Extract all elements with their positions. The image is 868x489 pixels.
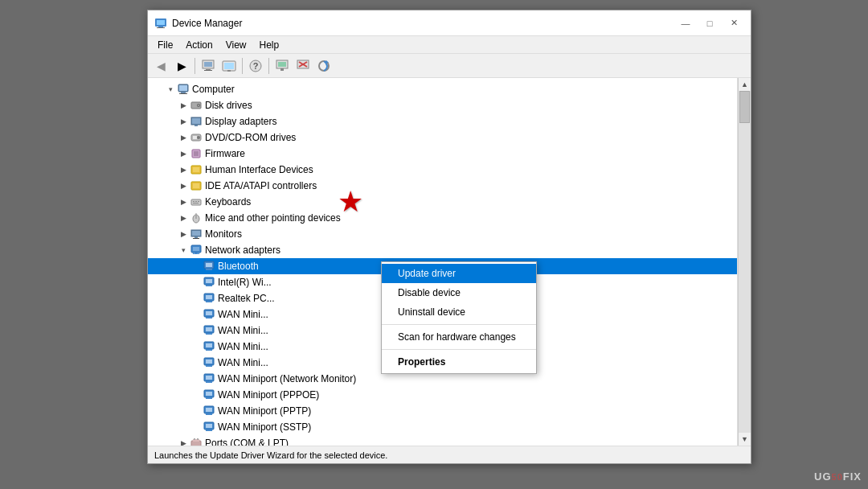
tree-item-monitors[interactable]: ▶ Monitors (148, 226, 737, 242)
tree-pane[interactable]: ▾ Computer ▶ (148, 78, 738, 446)
svg-rect-5 (204, 62, 212, 67)
menu-bar: File Action View Help (148, 36, 751, 54)
tree-item-mice[interactable]: ▶ Mice and other pointing devices (148, 210, 737, 226)
icon-monitors (190, 228, 203, 240)
update-driver-button[interactable] (272, 56, 292, 76)
svg-rect-24 (179, 93, 187, 94)
uninstall-button[interactable] (293, 56, 313, 76)
scroll-track[interactable] (739, 91, 751, 433)
scroll-thumb[interactable] (739, 91, 750, 123)
properties-toolbar-button[interactable] (199, 56, 218, 76)
context-menu-properties[interactable]: Properties (382, 352, 536, 372)
label-wan-4: WAN Mini... (218, 357, 268, 368)
menu-view[interactable]: View (219, 38, 253, 52)
svg-rect-79 (206, 376, 212, 380)
tree-item-wan-pppoe[interactable]: ▶ WAN Miniport (PPPOE) (148, 387, 737, 403)
tree-item-wan-sstp[interactable]: ▶ WAN Miniport (SSTP) (148, 419, 737, 435)
tree-item-firmware[interactable]: ▶ Firmware (148, 146, 737, 162)
expander-ports[interactable]: ▶ (177, 437, 190, 446)
svg-rect-7 (204, 70, 212, 71)
svg-rect-82 (206, 392, 212, 396)
forward-button[interactable]: ▶ (172, 56, 191, 76)
svg-rect-86 (206, 413, 212, 415)
menu-action[interactable]: Action (179, 38, 219, 52)
svg-rect-77 (206, 365, 212, 367)
close-button[interactable]: ✕ (723, 16, 744, 31)
expander-network-adapters[interactable]: ▾ (177, 244, 190, 257)
svg-rect-40 (191, 199, 201, 205)
help-button[interactable]: ? (246, 56, 265, 76)
content-area: ▾ Computer ▶ (148, 78, 751, 446)
context-menu-disable-device[interactable]: Disable device (382, 283, 536, 302)
icon-ide (190, 179, 203, 192)
menu-help[interactable]: Help (253, 38, 286, 52)
tree-item-ports[interactable]: ▶ Ports (COM & LPT) (148, 435, 737, 446)
svg-rect-15 (280, 68, 284, 71)
expander-display-adapters[interactable]: ▶ (177, 115, 190, 128)
tree-item-keyboards[interactable]: ▶ Keyboards (148, 194, 737, 210)
icon-dvd-drives (190, 131, 203, 144)
toolbar: ◀ ▶ (148, 54, 751, 78)
expander-dvd-drives[interactable]: ▶ (177, 131, 190, 144)
svg-rect-68 (206, 317, 212, 318)
expander-monitors[interactable]: ▶ (177, 228, 190, 240)
svg-rect-55 (194, 253, 194, 254)
label-wan-2: WAN Mini... (218, 325, 268, 336)
context-menu-separator-2 (382, 349, 536, 350)
menu-file[interactable]: File (151, 38, 179, 52)
svg-point-47 (195, 213, 197, 216)
tree-item-hid[interactable]: ▶ Human Interface Devices (148, 162, 737, 178)
expander-keyboards[interactable]: ▶ (177, 195, 190, 208)
scan-hardware-button[interactable] (314, 56, 334, 76)
icon-wan-2 (203, 324, 215, 337)
tree-item-display-adapters[interactable]: ▶ Display adapters (148, 113, 737, 129)
expander-ide[interactable]: ▶ (177, 179, 190, 192)
icon-wan-pptp (203, 405, 215, 417)
icon-bluetooth (203, 260, 215, 273)
tree-item-dvdcd-drives[interactable]: ▶ DVD/CD-ROM drives (148, 129, 737, 146)
label-ports: Ports (COM & LPT) (205, 438, 289, 446)
window-title: Device Manager (172, 18, 675, 29)
label-wan-3: WAN Mini... (218, 341, 268, 352)
tree-item-network-adapters[interactable]: ▾ Network adapters (148, 242, 737, 258)
icon-wan-4 (203, 356, 215, 369)
label-realtek: Realtek PC... (218, 293, 275, 304)
label-ide: IDE ATA/ATAPI controllers (205, 180, 317, 191)
tree-item-computer[interactable]: ▾ Computer (148, 81, 737, 97)
scan-button[interactable] (219, 56, 239, 76)
svg-rect-1 (157, 20, 165, 25)
svg-rect-93 (197, 438, 199, 440)
expander-hid[interactable]: ▶ (177, 163, 190, 176)
svg-rect-53 (193, 247, 199, 251)
desktop: Device Manager — □ ✕ File Action View He… (0, 0, 868, 489)
svg-rect-83 (206, 397, 212, 399)
svg-rect-14 (278, 62, 286, 67)
svg-rect-62 (206, 285, 212, 286)
context-menu-update-driver[interactable]: Update driver (382, 264, 536, 283)
scrollbar-vertical[interactable]: ▲ ▼ (738, 78, 751, 446)
minimize-button[interactable]: — (675, 16, 696, 31)
expander-computer[interactable]: ▾ (164, 83, 177, 96)
expander-disk-drives[interactable]: ▶ (177, 99, 190, 112)
context-menu-scan-hardware[interactable]: Scan for hardware changes (382, 327, 536, 347)
label-dvd-drives: DVD/CD-ROM drives (205, 132, 296, 143)
label-display-adapters: Display adapters (205, 116, 276, 127)
context-menu-uninstall-device[interactable]: Uninstall device (382, 302, 536, 322)
maximize-button[interactable]: □ (699, 16, 720, 31)
svg-rect-30 (194, 125, 198, 126)
back-button[interactable]: ◀ (151, 56, 170, 76)
scroll-down-arrow[interactable]: ▼ (739, 433, 751, 446)
label-monitors: Monitors (205, 228, 242, 240)
tree-item-ide[interactable]: ▶ IDE ATA/ATAPI controllers (148, 178, 737, 194)
tree-item-disk-drives[interactable]: ▶ Disk drives (148, 97, 737, 113)
svg-rect-10 (227, 70, 231, 72)
scroll-up-arrow[interactable]: ▲ (739, 78, 751, 91)
tree-item-wan-pptp[interactable]: ▶ WAN Miniport (PPTP) (148, 403, 737, 419)
svg-rect-29 (192, 118, 200, 124)
expander-mice[interactable]: ▶ (177, 212, 190, 224)
icon-computer (177, 83, 190, 96)
icon-display-adapters (190, 115, 203, 128)
title-buttons: — □ ✕ (675, 16, 744, 31)
svg-rect-89 (206, 429, 212, 431)
expander-firmware[interactable]: ▶ (177, 147, 190, 160)
